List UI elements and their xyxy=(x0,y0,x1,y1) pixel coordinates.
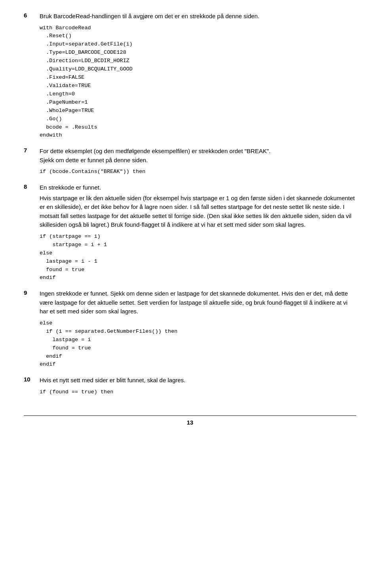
section-6-content: Bruk BarcodeRead-handlingen til å avgjør… xyxy=(40,12,356,143)
section-10-code: if (found == true) then xyxy=(40,388,356,396)
section-9: 9 Ingen strekkode er funnet. Sjekk om de… xyxy=(24,289,356,372)
section-7-code: if (bcode.Contains("BREAK")) then xyxy=(40,168,356,176)
section-10: 10 Hvis et nytt sett med sider er blitt … xyxy=(24,376,356,399)
section-8-prose-before: En strekkode er funnet. xyxy=(40,183,356,192)
section-number-8: 8 xyxy=(24,183,36,190)
section-9-content: Ingen strekkode er funnet. Sjekk om denn… xyxy=(40,289,356,372)
section-6-code: with BarcodeRead .Reset() .Input=separat… xyxy=(40,24,356,140)
section-number-9: 9 xyxy=(24,289,36,296)
section-6-prose: Bruk BarcodeRead-handlingen til å avgjør… xyxy=(40,12,356,21)
section-10-content: Hvis et nytt sett med sider er blitt fun… xyxy=(40,376,356,399)
section-9-prose: Ingen strekkode er funnet. Sjekk om denn… xyxy=(40,289,356,316)
section-number-6: 6 xyxy=(24,12,36,19)
section-7-prose: For dette eksemplet (og den medfølgende … xyxy=(40,147,356,165)
section-10-prose: Hvis et nytt sett med sider er blitt fun… xyxy=(40,376,356,385)
section-number-10: 10 xyxy=(24,376,36,383)
section-8-code: if (startpage == i) startpage = i + 1 el… xyxy=(40,233,356,283)
section-6: 6 Bruk BarcodeRead-handlingen til å avgj… xyxy=(24,12,356,143)
section-number-7: 7 xyxy=(24,147,36,154)
section-9-code: else if (i == separated.GetNumberFiles()… xyxy=(40,319,356,369)
section-8-prose: Hvis startpage er lik den aktuelle siden… xyxy=(40,194,356,230)
section-8-content: En strekkode er funnet. Hvis startpage e… xyxy=(40,183,356,285)
page-number: 13 xyxy=(187,419,194,426)
section-7: 7 For dette eksemplet (og den medfølgend… xyxy=(24,147,356,179)
section-7-content: For dette eksemplet (og den medfølgende … xyxy=(40,147,356,179)
page-number-bar: 13 xyxy=(24,415,356,426)
section-8: 8 En strekkode er funnet. Hvis startpage… xyxy=(24,183,356,285)
